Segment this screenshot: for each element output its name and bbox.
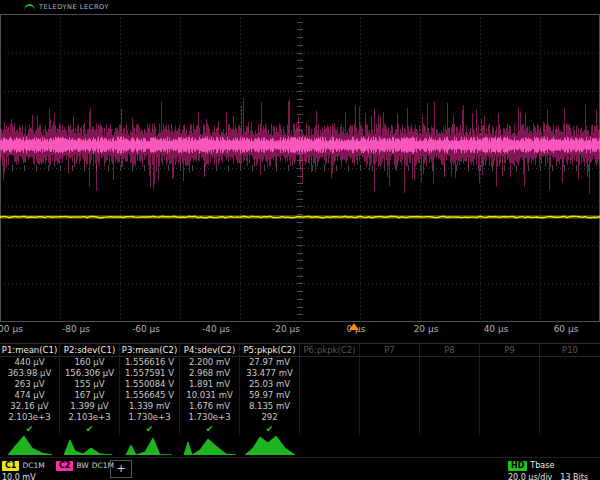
measurement-value: 1.891 mV	[180, 379, 240, 390]
measurement-value: 2.200 mV	[180, 357, 240, 368]
measurement-value	[480, 379, 540, 390]
channel1-coupling: DC1M	[22, 461, 44, 470]
measurement-value: 263 µV	[0, 379, 60, 390]
param-header-p7[interactable]: P7	[360, 344, 420, 356]
measurement-value: 1.556616 V	[120, 357, 180, 368]
measurement-value	[300, 379, 360, 390]
measurement-value: 27.97 mV	[240, 357, 300, 368]
measurement-value: 1.399 µV	[60, 401, 120, 412]
measurement-value: 33.477 mV	[240, 368, 300, 379]
channel1-descriptor[interactable]: C1 DC1M 10.0 mV	[2, 460, 45, 480]
time-tick-label: 20 µs	[414, 324, 439, 334]
measurement-value	[360, 379, 420, 390]
measurement-value	[300, 357, 360, 368]
measurement-table: P1:mean(C1)P2:sdev(C1)P3:mean(C2)P4:sdev…	[0, 343, 600, 435]
measurement-value: 2.968 mV	[180, 368, 240, 379]
measurement-value: 155 µV	[60, 379, 120, 390]
waveform-grid[interactable]	[0, 14, 600, 322]
timebase-label: Tbase	[530, 461, 554, 470]
measurement-value	[480, 357, 540, 368]
measurement-value: 160 µV	[60, 357, 120, 368]
channel2-bandwidth-limit: BW	[76, 461, 88, 470]
measurement-value: 1.550084 V	[120, 379, 180, 390]
measurement-value	[480, 401, 540, 412]
measurement-value	[480, 412, 540, 423]
measurement-value: 1.556645 V	[120, 390, 180, 401]
bottom-bar: C1 DC1M 10.0 mV C2 BW DC1M + HD Tbase 20…	[0, 457, 600, 480]
measurement-value: 1.676 mV	[180, 401, 240, 412]
measurement-value	[480, 368, 540, 379]
brand-logo: TELEDYNE LECROY	[24, 3, 109, 11]
measurement-value	[420, 401, 480, 412]
measurement-value	[420, 390, 480, 401]
measurement-value: 8.135 mV	[240, 401, 300, 412]
measurement-value	[540, 401, 600, 412]
timebase-descriptor[interactable]: HD Tbase 20.0 µs/div 13 Bits	[508, 460, 598, 480]
adc-resolution: 13 Bits	[560, 473, 588, 480]
param-header-p10[interactable]: P10	[540, 344, 600, 356]
channel2-descriptor[interactable]: C2 BW DC1M	[56, 460, 114, 471]
histicon-p5[interactable]	[240, 433, 300, 455]
measurement-value	[420, 357, 480, 368]
brand-swoosh-icon	[24, 4, 35, 11]
measurement-value	[420, 412, 480, 423]
measurement-value: 25.03 mV	[240, 379, 300, 390]
measurement-value	[360, 357, 420, 368]
param-header-p9[interactable]: P9	[480, 344, 540, 356]
measurement-value: 59.97 mV	[240, 390, 300, 401]
measurement-value	[300, 368, 360, 379]
histicon-p3[interactable]	[120, 433, 180, 455]
param-header-p8[interactable]: P8	[420, 344, 480, 356]
time-tick-label: 40 µs	[484, 324, 509, 334]
measurement-value	[360, 390, 420, 401]
time-tick-label: -100 µs	[0, 324, 23, 334]
measurement-value	[480, 390, 540, 401]
time-axis: -100 µs-80 µs-60 µs-40 µs-20 µs0 µs20 µs…	[0, 324, 600, 336]
measurement-value: 1.730e+3	[180, 412, 240, 423]
measurement-value: 1.730e+3	[120, 412, 180, 423]
measurement-value	[360, 368, 420, 379]
histicon-p2[interactable]	[60, 433, 120, 455]
measurement-value: 363.98 µV	[0, 368, 60, 379]
brand-name: TELEDYNE LECROY	[39, 3, 109, 11]
measurement-value	[540, 412, 600, 423]
trigger-time-marker[interactable]	[349, 323, 359, 330]
param-header-p2[interactable]: P2:sdev(C1)	[60, 344, 120, 356]
measurement-value	[540, 368, 600, 379]
channel2-badge[interactable]: C2	[56, 461, 73, 471]
measurement-value: 1.339 mV	[120, 401, 180, 412]
param-header-p4[interactable]: P4:sdev(C2)	[180, 344, 240, 356]
measurement-value: 2.103e+3	[0, 412, 60, 423]
histicon-p4[interactable]	[180, 433, 240, 455]
measurement-value: 2.103e+3	[60, 412, 120, 423]
measurement-value	[300, 390, 360, 401]
measurement-value: 1.557591 V	[120, 368, 180, 379]
measurement-value: 474 µV	[0, 390, 60, 401]
time-tick-label: 60 µs	[554, 324, 579, 334]
measurement-value: 156.306 µV	[60, 368, 120, 379]
oscilloscope-screen: TELEDYNE LECROY -100 µs-80 µs-60 µs-40 µ…	[0, 0, 600, 480]
histicon-p1[interactable]	[0, 433, 60, 455]
measurement-value: 440 µV	[0, 357, 60, 368]
param-header-p5[interactable]: P5:pkpk(C2)	[240, 344, 300, 356]
measurement-value: 292	[240, 412, 300, 423]
time-tick-label: -20 µs	[272, 324, 300, 334]
measurement-value: 10.031 mV	[180, 390, 240, 401]
hd-mode-badge: HD	[508, 461, 527, 471]
time-tick-label: -60 µs	[132, 324, 160, 334]
time-tick-label: -80 µs	[62, 324, 90, 334]
param-header-p3[interactable]: P3:mean(C2)	[120, 344, 180, 356]
measurement-value: 32.16 µV	[0, 401, 60, 412]
channel1-badge[interactable]: C1	[2, 461, 19, 471]
histicon-row	[0, 433, 600, 455]
measurement-value	[300, 412, 360, 423]
add-trace-button[interactable]: +	[110, 460, 132, 478]
param-header-p1[interactable]: P1:mean(C1)	[0, 344, 60, 356]
measurement-value	[300, 401, 360, 412]
measurement-value	[540, 390, 600, 401]
measurement-value: 167 µV	[60, 390, 120, 401]
measurement-value	[360, 412, 420, 423]
measurement-value	[420, 379, 480, 390]
param-header-p6[interactable]: P6:pkpk(C2)	[300, 344, 360, 356]
measurement-value	[540, 379, 600, 390]
